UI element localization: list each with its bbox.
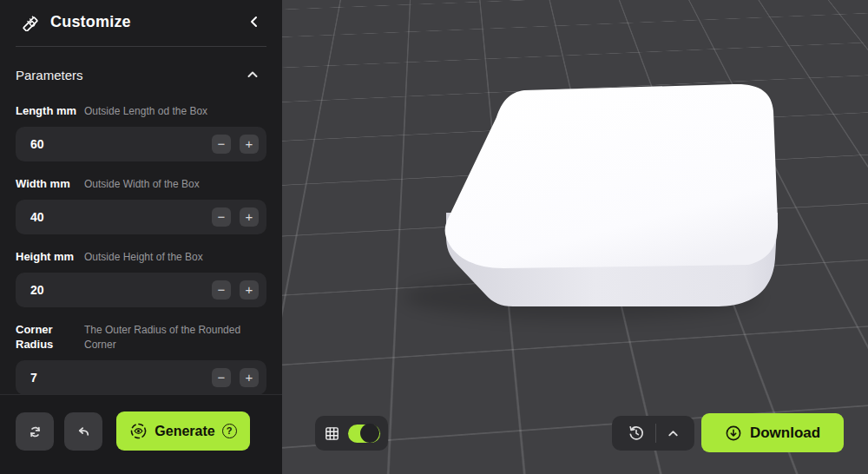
download-label: Download — [750, 425, 820, 442]
minus-icon: − — [218, 135, 226, 153]
box-top-face — [445, 84, 778, 268]
download-button[interactable]: Download — [701, 413, 844, 452]
width-value: 40 — [16, 210, 212, 224]
download-icon — [725, 425, 742, 442]
viewport-3d[interactable]: Download — [282, 0, 868, 474]
toggle-knob — [360, 424, 379, 443]
corner-radius-decrement-button[interactable]: − — [212, 368, 231, 387]
collapse-section-button[interactable] — [244, 66, 261, 83]
history-group — [612, 416, 694, 451]
model-rounded-box[interactable] — [282, 0, 868, 474]
app: Customize Parameters — [0, 0, 868, 474]
param-head: Corner Radius The Outer Radius of the Ro… — [16, 322, 266, 352]
param-description: Outside Height of the Box — [84, 250, 266, 265]
param-head: Width mm Outside Width of the Box — [16, 176, 266, 192]
param-group-corner-radius: Corner Radius The Outer Radius of the Ro… — [16, 322, 266, 395]
width-increment-button[interactable]: + — [240, 207, 259, 227]
generate-eye-icon — [129, 422, 148, 440]
history-icon — [628, 425, 645, 442]
chevron-up-icon — [246, 68, 260, 82]
help-icon[interactable]: ? — [222, 424, 237, 438]
generate-button[interactable]: Generate ? — [116, 411, 250, 451]
generate-label: Generate — [155, 424, 214, 439]
param-label: Length mm — [16, 103, 84, 118]
reset-button[interactable] — [16, 412, 54, 451]
corner-radius-input[interactable]: 7 − + — [16, 360, 266, 395]
param-label: Corner Radius — [16, 322, 84, 352]
width-input[interactable]: 40 − + — [16, 200, 266, 234]
param-group-length: Length mm Outside Length od the Box 60 −… — [16, 103, 266, 161]
param-head: Length mm Outside Length od the Box — [16, 103, 266, 119]
minus-icon: − — [218, 208, 226, 226]
param-label: Height mm — [16, 249, 84, 264]
height-increment-button[interactable]: + — [240, 280, 259, 300]
collapse-panel-button[interactable] — [244, 11, 265, 32]
param-group-width: Width mm Outside Width of the Box 40 − + — [16, 176, 266, 234]
undo-button[interactable] — [64, 412, 102, 451]
panel-title: Customize — [50, 13, 244, 31]
height-input[interactable]: 20 − + — [16, 273, 266, 307]
corner-radius-value: 7 — [16, 371, 212, 385]
length-increment-button[interactable]: + — [240, 135, 259, 154]
param-description: Outside Length od the Box — [84, 104, 266, 119]
help-glyph: ? — [227, 426, 233, 436]
grid-icon — [324, 425, 340, 442]
grid-toggle-group — [315, 416, 388, 451]
param-description: Outside Width of the Box — [84, 177, 266, 192]
panel-header: Customize — [0, 0, 282, 41]
minus-icon: − — [218, 369, 226, 386]
param-head: Height mm Outside Height of the Box — [16, 249, 266, 265]
param-label: Width mm — [16, 176, 84, 191]
customize-icon — [21, 12, 40, 31]
param-group-height: Height mm Outside Height of the Box 20 −… — [16, 249, 266, 307]
pill-divider — [655, 424, 656, 443]
refresh-icon — [27, 424, 43, 440]
param-description: The Outer Radius of the Rounded Corner — [84, 323, 266, 352]
expand-history-button[interactable] — [665, 425, 681, 442]
height-value: 20 — [16, 283, 212, 297]
length-decrement-button[interactable]: − — [212, 135, 231, 154]
plus-icon: + — [246, 281, 253, 299]
length-input[interactable]: 60 − + — [16, 127, 266, 161]
corner-radius-increment-button[interactable]: + — [240, 368, 259, 387]
chevron-up-icon — [667, 427, 680, 440]
undo-icon — [76, 424, 92, 440]
customize-panel: Customize Parameters — [0, 0, 282, 474]
history-button[interactable] — [626, 423, 647, 444]
width-decrement-button[interactable]: − — [212, 207, 231, 227]
plus-icon: + — [246, 135, 253, 153]
plus-icon: + — [246, 208, 253, 226]
minus-icon: − — [218, 281, 226, 299]
height-decrement-button[interactable]: − — [212, 280, 231, 300]
parameters-section-label: Parameters — [16, 68, 83, 82]
grid-toggle-switch[interactable] — [348, 425, 380, 443]
length-value: 60 — [16, 137, 212, 151]
chevron-left-icon — [247, 15, 261, 29]
panel-footer: Generate ? — [0, 394, 282, 474]
parameters-section-header[interactable]: Parameters — [0, 47, 282, 89]
plus-icon: + — [246, 369, 253, 386]
